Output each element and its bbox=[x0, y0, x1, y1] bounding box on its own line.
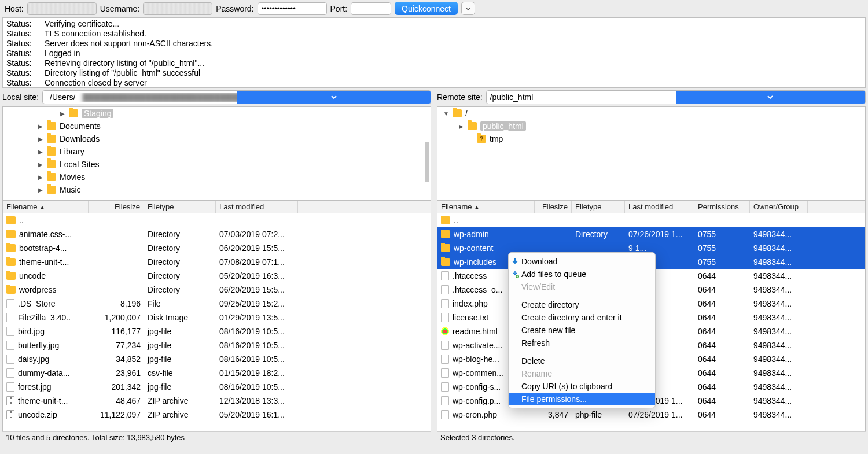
col-lastmodified[interactable]: Last modified bbox=[216, 201, 298, 213]
cell-filetype: csv-file bbox=[144, 368, 216, 378]
host-input[interactable] bbox=[27, 2, 97, 15]
col-filesize[interactable]: Filesize bbox=[535, 201, 572, 213]
disclosure-triangle-icon[interactable]: ▶ bbox=[458, 123, 464, 130]
table-row[interactable]: dummy-data... 23,961 csv-file 01/15/2019… bbox=[3, 366, 431, 380]
col-lastmodified[interactable]: Last modified bbox=[625, 201, 694, 213]
cell-lastmodified: 05/20/2019 16:3... bbox=[216, 271, 298, 280]
table-row[interactable]: wordpress Directory 06/20/2019 15:5... bbox=[3, 283, 431, 297]
ctx-separator bbox=[509, 352, 655, 352]
username-input[interactable] bbox=[143, 2, 212, 15]
disclosure-triangle-icon[interactable]: ▶ bbox=[38, 123, 43, 130]
tree-item[interactable]: ▶ Music bbox=[3, 183, 431, 196]
col-filename[interactable]: Filename▲ bbox=[437, 201, 535, 213]
table-row[interactable]: theme-unit-t... 48,467 ZIP archive 12/13… bbox=[3, 394, 431, 408]
log-label: Status: bbox=[6, 58, 36, 68]
ctx-copy-url[interactable]: Copy URL(s) to clipboard bbox=[509, 380, 655, 393]
cell-filename: bird.jpg bbox=[3, 327, 89, 336]
ctx-add-queue[interactable]: Add files to queue bbox=[509, 268, 655, 280]
cell-filetype: Directory bbox=[144, 230, 216, 239]
table-row[interactable]: forest.jpg 201,342 jpg-file 08/16/2019 1… bbox=[3, 380, 431, 394]
table-row[interactable]: FileZilla_3.40.. 1,200,007 Disk Image 01… bbox=[3, 311, 431, 324]
ctx-create-dir-enter[interactable]: Create directory and enter it bbox=[509, 311, 655, 324]
tree-item[interactable]: ▶ Downloads bbox=[3, 132, 431, 145]
password-input[interactable] bbox=[258, 2, 327, 15]
table-row[interactable]: wp-cron.php 3,847 php-file 07/26/2019 1.… bbox=[437, 408, 865, 422]
col-filetype[interactable]: Filetype bbox=[572, 201, 625, 213]
file-icon bbox=[441, 285, 449, 294]
ctx-create-file[interactable]: Create new file bbox=[509, 324, 655, 337]
cell-filesize: 8,196 bbox=[89, 299, 144, 308]
tree-item[interactable]: ▼ / bbox=[437, 107, 865, 120]
local-file-table[interactable]: Filename▲ Filesize Filetype Last modifie… bbox=[2, 200, 431, 431]
tree-item[interactable]: ▶ Staging bbox=[3, 107, 431, 120]
cell-filename: butterfly.jpg bbox=[3, 341, 89, 350]
ctx-create-dir[interactable]: Create directory bbox=[509, 298, 655, 311]
table-row[interactable]: uncode.zip 11,122,097 ZIP archive 05/20/… bbox=[3, 408, 431, 422]
col-filename[interactable]: Filename▲ bbox=[3, 201, 89, 213]
scrollbar-thumb[interactable] bbox=[425, 142, 429, 182]
cell-permissions: 0755 bbox=[694, 230, 750, 239]
tree-item[interactable]: ▶ Movies bbox=[3, 171, 431, 183]
cell-lastmodified: 12/13/2018 13:3... bbox=[216, 396, 298, 405]
tree-item[interactable]: ▶ public_html bbox=[437, 120, 865, 132]
add-queue-icon bbox=[511, 270, 519, 278]
remote-tree[interactable]: ▼ /▶ public_html ? tmp bbox=[437, 106, 866, 200]
log-message: TLS connection established. bbox=[45, 29, 146, 39]
ctx-delete[interactable]: Delete bbox=[509, 355, 655, 367]
cell-filesize: 201,342 bbox=[89, 382, 144, 392]
ctx-file-permissions[interactable]: File permissions... bbox=[509, 393, 655, 405]
disclosure-triangle-icon[interactable]: ▶ bbox=[38, 161, 43, 168]
table-row[interactable]: bootstrap-4... Directory 06/20/2019 15:5… bbox=[3, 241, 431, 255]
cell-owner: 9498344... bbox=[750, 341, 808, 350]
ctx-separator bbox=[509, 296, 655, 296]
local-tree[interactable]: ▶ Staging▶ Documents▶ Downloads▶ Library… bbox=[2, 106, 431, 200]
remote-site-combo[interactable]: /public_html bbox=[486, 90, 866, 104]
table-row[interactable]: uncode Directory 05/20/2019 16:3... bbox=[3, 269, 431, 283]
table-row[interactable]: .. bbox=[437, 213, 865, 227]
cell-lastmodified: 01/29/2019 13:5... bbox=[216, 313, 298, 322]
tree-item[interactable]: ▶ Local Sites bbox=[3, 158, 431, 171]
col-filesize[interactable]: Filesize bbox=[89, 201, 144, 213]
disclosure-triangle-icon[interactable]: ▼ bbox=[443, 110, 449, 117]
local-site-bar: Local site: /Users/█████████████████████… bbox=[2, 90, 431, 104]
table-row[interactable]: animate.css-... Directory 07/03/2019 07:… bbox=[3, 227, 431, 241]
zip-file-icon bbox=[6, 396, 14, 405]
cell-filetype: Disk Image bbox=[144, 313, 216, 322]
table-row[interactable]: bird.jpg 116,177 jpg-file 08/16/2019 10:… bbox=[3, 324, 431, 338]
folder-icon bbox=[47, 147, 56, 156]
disclosure-triangle-icon[interactable]: ▶ bbox=[38, 136, 43, 142]
log-message: Directory listing of "/public_html" succ… bbox=[45, 68, 200, 78]
remote-table-header: Filename▲ Filesize Filetype Last modifie… bbox=[437, 201, 865, 213]
disclosure-triangle-icon[interactable]: ▶ bbox=[60, 110, 65, 117]
disclosure-triangle-icon[interactable]: ▶ bbox=[38, 149, 43, 155]
quickconnect-dropdown-button[interactable] bbox=[461, 2, 475, 15]
cell-filename: .. bbox=[3, 216, 89, 225]
cell-filetype: ZIP archive bbox=[144, 396, 216, 405]
quickconnect-button[interactable]: Quickconnect bbox=[395, 2, 458, 15]
table-row[interactable]: .DS_Store 8,196 File 09/25/2019 15:2... bbox=[3, 297, 431, 311]
ctx-refresh[interactable]: Refresh bbox=[509, 337, 655, 349]
table-row[interactable]: daisy.jpg 34,852 jpg-file 08/16/2019 10:… bbox=[3, 352, 431, 366]
cell-permissions: 0755 bbox=[694, 243, 750, 253]
col-filetype[interactable]: Filetype bbox=[144, 201, 216, 213]
folder-icon bbox=[441, 258, 450, 266]
cell-permissions: 0644 bbox=[694, 313, 750, 322]
table-row[interactable]: butterfly.jpg 77,234 jpg-file 08/16/2019… bbox=[3, 338, 431, 352]
table-row[interactable]: theme-unit-t... Directory 07/08/2019 07:… bbox=[3, 255, 431, 269]
file-icon bbox=[441, 271, 449, 280]
disclosure-triangle-icon[interactable]: ▶ bbox=[38, 174, 43, 180]
tree-item[interactable]: ▶ Library bbox=[3, 145, 431, 158]
ctx-download[interactable]: Download bbox=[509, 255, 655, 268]
cell-filename: wp-content bbox=[437, 243, 535, 253]
tree-item[interactable]: ? tmp bbox=[437, 132, 865, 145]
local-site-combo[interactable]: /Users/████████████████████████████████ bbox=[42, 90, 431, 104]
port-input[interactable] bbox=[351, 2, 391, 15]
cell-lastmodified: 01/15/2019 18:2... bbox=[216, 368, 298, 378]
col-permissions[interactable]: Permissions bbox=[694, 201, 750, 213]
table-row[interactable]: .. bbox=[3, 213, 431, 227]
table-row[interactable]: wp-admin Directory 07/26/2019 1...0755 9… bbox=[437, 227, 865, 241]
tree-item[interactable]: ▶ Documents bbox=[3, 120, 431, 132]
disclosure-triangle-icon[interactable]: ▶ bbox=[38, 187, 43, 193]
col-owner[interactable]: Owner/Group bbox=[750, 201, 808, 213]
cell-lastmodified: 05/20/2019 16:1... bbox=[216, 410, 298, 419]
